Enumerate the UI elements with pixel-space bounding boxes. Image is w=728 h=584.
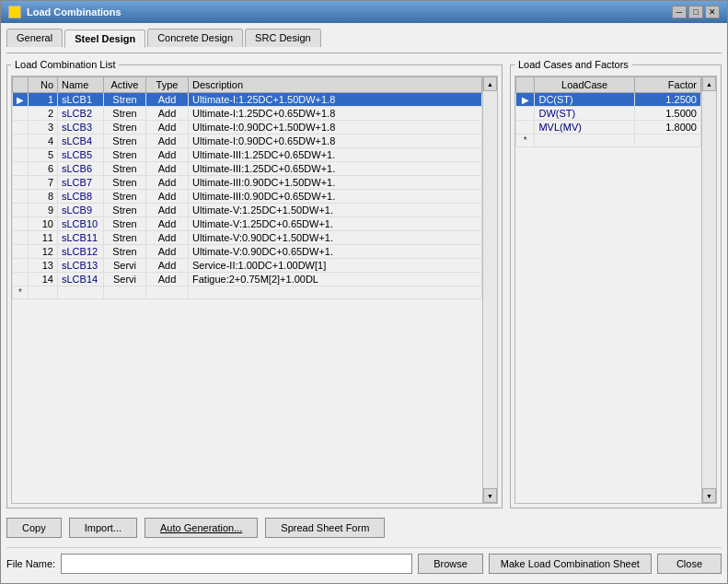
row-description: Ultimate-I:1.25DC+0.65DW+1.8 <box>189 107 482 121</box>
import-button[interactable]: Import... <box>69 518 137 538</box>
tab-steel-design[interactable]: Steel Design <box>64 29 145 48</box>
row-active: Stren <box>104 217 146 231</box>
row-indicator <box>13 121 29 134</box>
table-row[interactable]: 8sLCB8StrenAddUltimate-III:0.90DC+0.65DW… <box>13 190 482 204</box>
right-row-loadcase: DC(ST) <box>535 93 634 107</box>
import-label: Import... <box>85 522 121 533</box>
right-table-container[interactable]: LoadCase Factor ▶DC(ST)1.2500DW(ST)1.500… <box>514 76 717 504</box>
right-new-row: * <box>516 134 701 147</box>
tab-concrete-design[interactable]: Concrete Design <box>147 29 243 47</box>
left-table-container[interactable]: No Name Active Type Description ▶1sLCB1S… <box>11 76 498 504</box>
left-panel-title: Load Combination List <box>11 59 119 70</box>
right-scroll-down[interactable]: ▼ <box>702 488 716 503</box>
make-sheet-button[interactable]: Make Load Combination Sheet <box>489 554 652 574</box>
table-row[interactable]: 10sLCB10StrenAddUltimate-V:1.25DC+0.65DW… <box>13 217 482 231</box>
new-row-cell <box>104 286 146 299</box>
right-new-row-star: * <box>516 134 535 147</box>
row-indicator <box>13 217 29 231</box>
right-vscrollbar[interactable]: ▲ ▼ <box>701 76 716 503</box>
table-row[interactable]: 4sLCB4StrenAddUltimate-I:0.90DC+0.65DW+1… <box>13 134 482 148</box>
row-no: 4 <box>29 134 58 148</box>
rth-indicator <box>516 77 535 93</box>
minimize-button[interactable]: ─ <box>672 6 687 18</box>
table-row[interactable]: 12sLCB12StrenAddUltimate-V:0.90DC+0.65DW… <box>13 245 482 259</box>
row-no: 2 <box>29 107 58 121</box>
table-row[interactable]: 2sLCB2StrenAddUltimate-I:1.25DC+0.65DW+1… <box>13 107 482 121</box>
right-row-indicator <box>516 121 535 134</box>
new-row-cell <box>29 286 58 299</box>
row-no: 12 <box>29 245 58 259</box>
close-button[interactable]: Close <box>657 554 722 574</box>
window-icon <box>8 6 21 18</box>
table-row[interactable]: 14sLCB14ServiAddFatigue:2+0.75M[2]+1.00D… <box>13 273 482 286</box>
th-active: Active <box>104 77 146 93</box>
right-table-row[interactable]: MVL(MV)1.8000 <box>516 121 701 134</box>
row-no: 7 <box>29 176 58 190</box>
main-area: Load Combination List No Name Active Typ… <box>6 53 722 508</box>
auto-generation-button[interactable]: Auto Generation... <box>144 518 258 538</box>
row-no: 11 <box>29 231 58 245</box>
row-description: Service-II:1.00DC+1.00DW[1] <box>189 259 482 273</box>
right-scrollable[interactable]: LoadCase Factor ▶DC(ST)1.2500DW(ST)1.500… <box>515 76 701 503</box>
right-row-factor: 1.8000 <box>634 121 700 134</box>
load-combination-table: No Name Active Type Description ▶1sLCB1S… <box>12 76 482 299</box>
left-scrollable[interactable]: No Name Active Type Description ▶1sLCB1S… <box>12 76 482 503</box>
table-row[interactable]: 6sLCB6StrenAddUltimate-III:1.25DC+0.65DW… <box>13 162 482 176</box>
table-row[interactable]: 11sLCB11StrenAddUltimate-V:0.90DC+1.50DW… <box>13 231 482 245</box>
row-name: sLCB5 <box>58 148 104 162</box>
row-name: sLCB9 <box>58 204 104 217</box>
row-description: Ultimate-V:0.90DC+1.50DW+1. <box>189 231 482 245</box>
table-row[interactable]: 13sLCB13ServiAddService-II:1.00DC+1.00DW… <box>13 259 482 273</box>
table-row[interactable]: ▶1sLCB1StrenAddUltimate-I:1.25DC+1.50DW+… <box>13 93 482 107</box>
spread-sheet-form-button[interactable]: Spread Sheet Form <box>265 518 385 538</box>
row-name: sLCB11 <box>58 231 104 245</box>
row-type: Add <box>146 245 189 259</box>
row-type: Add <box>146 190 189 204</box>
title-controls: ─ □ ✕ <box>672 6 720 18</box>
row-description: Ultimate-I:0.90DC+0.65DW+1.8 <box>189 134 482 148</box>
left-scroll-down[interactable]: ▼ <box>483 488 497 503</box>
row-type: Add <box>146 176 189 190</box>
maximize-button[interactable]: □ <box>688 6 703 18</box>
right-row-factor: 1.5000 <box>634 107 700 121</box>
tab-general[interactable]: General <box>6 29 63 47</box>
right-row-loadcase: DW(ST) <box>535 107 634 121</box>
th-type: Type <box>146 77 189 93</box>
row-type: Add <box>146 107 189 121</box>
row-description: Ultimate-III:1.25DC+0.65DW+1. <box>189 148 482 162</box>
row-name: sLCB1 <box>58 93 104 107</box>
file-row: File Name: Browse Make Load Combination … <box>6 547 722 578</box>
rth-factor: Factor <box>634 77 700 93</box>
right-row-factor: 1.2500 <box>634 93 700 107</box>
left-scroll-up[interactable]: ▲ <box>483 76 497 91</box>
new-row-cell <box>146 286 189 299</box>
close-window-button[interactable]: ✕ <box>705 6 720 18</box>
row-indicator <box>13 148 29 162</box>
right-table-row[interactable]: ▶DC(ST)1.2500 <box>516 93 701 107</box>
row-type: Add <box>146 134 189 148</box>
row-name: sLCB8 <box>58 190 104 204</box>
left-vscrollbar[interactable]: ▲ ▼ <box>482 76 497 503</box>
table-row[interactable]: 3sLCB3StrenAddUltimate-I:0.90DC+1.50DW+1… <box>13 121 482 134</box>
tab-bar: General Steel Design Concrete Design SRC… <box>6 29 722 47</box>
row-active: Stren <box>104 204 146 217</box>
row-description: Ultimate-III:0.90DC+0.65DW+1. <box>189 190 482 204</box>
row-description: Fatigue:2+0.75M[2]+1.00DL <box>189 273 482 286</box>
browse-button[interactable]: Browse <box>418 554 483 574</box>
window-content: General Steel Design Concrete Design SRC… <box>1 23 727 583</box>
right-table-row[interactable]: DW(ST)1.5000 <box>516 107 701 121</box>
table-header-row: No Name Active Type Description <box>13 77 482 93</box>
right-scroll-up[interactable]: ▲ <box>702 76 716 91</box>
row-indicator <box>13 231 29 245</box>
row-no: 10 <box>29 217 58 231</box>
row-active: Stren <box>104 121 146 134</box>
table-row[interactable]: 7sLCB7StrenAddUltimate-III:0.90DC+1.50DW… <box>13 176 482 190</box>
table-row[interactable]: 5sLCB5StrenAddUltimate-III:1.25DC+0.65DW… <box>13 148 482 162</box>
load-cases-table: LoadCase Factor ▶DC(ST)1.2500DW(ST)1.500… <box>515 76 701 147</box>
file-name-input[interactable] <box>61 554 412 574</box>
tab-src-design[interactable]: SRC Design <box>245 29 321 47</box>
row-indicator <box>13 162 29 176</box>
table-row[interactable]: 9sLCB9StrenAddUltimate-V:1.25DC+1.50DW+1… <box>13 204 482 217</box>
copy-button[interactable]: Copy <box>6 518 62 538</box>
row-name: sLCB4 <box>58 134 104 148</box>
